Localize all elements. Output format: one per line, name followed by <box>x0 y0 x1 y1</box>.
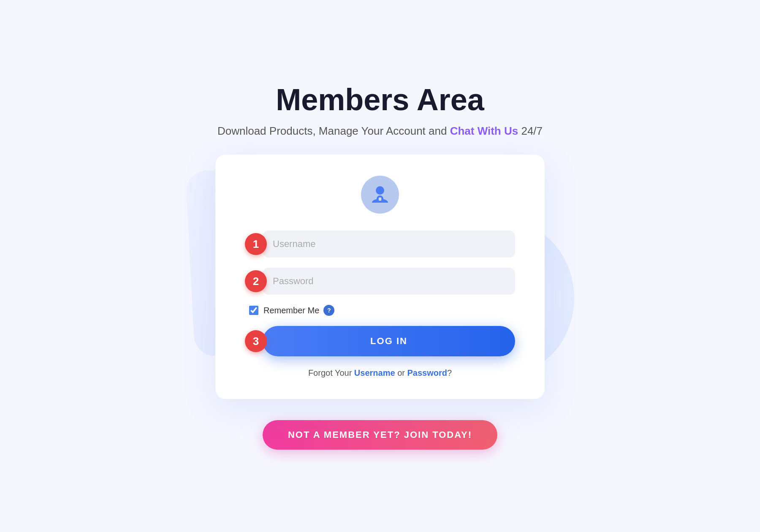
form-section: 1 2 Remember Me ? 3 LOG IN Forg <box>245 231 515 378</box>
step-badge-3: 3 <box>245 330 267 352</box>
password-input[interactable] <box>263 268 515 295</box>
subtitle-prefix: Download Products, Manage Your Account a… <box>217 125 450 137</box>
user-lock-icon <box>369 183 391 206</box>
forgot-prefix: Forgot Your <box>308 368 354 377</box>
forgot-password-link[interactable]: Password <box>407 368 447 377</box>
remember-me-label: Remember Me <box>263 306 319 315</box>
forgot-username-link[interactable]: Username <box>354 368 395 377</box>
login-button[interactable]: LOG IN <box>263 326 515 356</box>
remember-me-checkbox[interactable] <box>249 306 258 315</box>
login-row: 3 LOG IN <box>245 326 515 356</box>
svg-point-3 <box>380 199 380 200</box>
remember-me-row: Remember Me ? <box>245 305 515 316</box>
page-wrapper: Members Area Download Products, Manage Y… <box>0 82 760 450</box>
forgot-suffix: ? <box>447 368 452 377</box>
forgot-middle: or <box>395 368 407 377</box>
card-outer: 1 2 Remember Me ? 3 LOG IN Forg <box>215 155 545 399</box>
subtitle: Download Products, Manage Your Account a… <box>217 125 543 138</box>
step-badge-1: 1 <box>245 233 267 255</box>
forgot-row: Forgot Your Username or Password? <box>245 368 515 378</box>
subtitle-chat-link[interactable]: Chat With Us <box>450 125 518 137</box>
subtitle-suffix: 24/7 <box>518 125 543 137</box>
username-row: 1 <box>245 231 515 258</box>
header: Members Area Download Products, Manage Y… <box>217 82 543 138</box>
page-title: Members Area <box>217 82 543 117</box>
help-icon[interactable]: ? <box>323 305 334 316</box>
svg-point-0 <box>376 186 384 195</box>
password-row: 2 <box>245 268 515 295</box>
step-badge-2: 2 <box>245 270 267 292</box>
avatar <box>361 176 399 214</box>
username-input[interactable] <box>263 231 515 258</box>
login-card: 1 2 Remember Me ? 3 LOG IN Forg <box>215 155 545 399</box>
join-button[interactable]: NOT A MEMBER YET? JOIN TODAY! <box>263 420 497 450</box>
